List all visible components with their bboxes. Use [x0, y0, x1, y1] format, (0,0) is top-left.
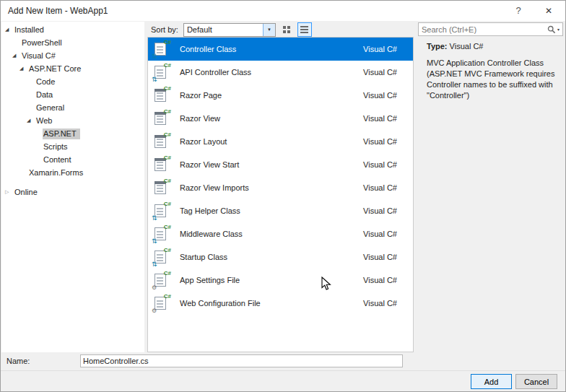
template-name: Controller Class	[180, 45, 236, 53]
template-name: Razor View	[180, 114, 220, 123]
tree-item-scripts[interactable]: Scripts	[1, 140, 144, 153]
csharp-badge: C#	[164, 178, 171, 185]
search-dropdown-icon[interactable]: ▾	[557, 27, 560, 32]
sort-dropdown[interactable]: Default ▼	[183, 23, 276, 37]
details-panel: ▾ Type: Visual C# MVC Application Contro…	[418, 22, 564, 352]
template-name: Startup Class	[180, 253, 227, 261]
name-input[interactable]	[80, 354, 403, 367]
template-item-app-settings-file[interactable]: ⚙C# App Settings File Visual C#	[148, 269, 413, 292]
template-language: Visual C#	[363, 253, 397, 261]
tree-expanded-icon[interactable]: ◢	[12, 53, 21, 58]
template-language: Visual C#	[363, 45, 397, 53]
name-row: Name:	[1, 354, 565, 369]
tree-item-label: Xamarin.Forms	[28, 167, 87, 178]
cancel-button[interactable]: Cancel	[515, 374, 557, 389]
tree-item-label: Visual C#	[21, 51, 59, 61]
tree-item-content[interactable]: Content	[1, 153, 144, 166]
template-item-controller-class[interactable]: ⇅C# Controller Class Visual C#	[148, 38, 413, 61]
tree-item-xamarin-forms[interactable]: Xamarin.Forms	[1, 166, 144, 179]
template-language: Visual C#	[363, 299, 397, 308]
type-line: Type: Visual C#	[427, 41, 560, 52]
razor-template-icon: C#	[153, 133, 171, 150]
tree-item-powershell[interactable]: PowerShell	[1, 36, 144, 49]
template-item-razor-view[interactable]: C# Razor View Visual C#	[148, 107, 413, 130]
tree-expanded-icon[interactable]: ◢	[19, 66, 28, 71]
class-template-icon: ⇅C#	[153, 64, 171, 81]
tree-collapsed-icon[interactable]: ▷	[5, 189, 14, 195]
tree-item-online[interactable]: ▷ Online	[1, 186, 144, 199]
tree-item-label: Web	[35, 116, 56, 126]
add-button[interactable]: Add	[471, 374, 512, 389]
tree-item-installed[interactable]: ◢ Installed	[1, 23, 144, 36]
csharp-badge: C#	[164, 131, 171, 139]
tree-item-aspnet[interactable]: ASP.NET	[1, 127, 144, 140]
template-item-tag-helper-class[interactable]: ⇅C# Tag Helper Class Visual C#	[148, 199, 413, 222]
class-template-icon: ⇅C#	[153, 202, 171, 219]
class-template-icon: ⇅C#	[153, 248, 171, 266]
template-item-razor-layout[interactable]: C# Razor Layout Visual C#	[148, 130, 413, 153]
csharp-badge: C#	[164, 62, 171, 69]
tree-item-label: Content	[43, 154, 75, 165]
class-template-icon: ⇅C#	[153, 225, 171, 243]
csharp-badge: C#	[164, 293, 171, 300]
template-name: Razor Layout	[180, 137, 227, 146]
razor-template-icon: C#	[153, 156, 171, 173]
csharp-badge: C#	[164, 247, 171, 254]
tree-item-label: ASP.NET	[43, 129, 80, 139]
template-language: Visual C#	[363, 230, 397, 238]
list-view-button[interactable]	[297, 22, 312, 37]
template-item-startup-class[interactable]: ⇅C# Startup Class Visual C#	[148, 245, 413, 269]
file-template-icon: ⚙C#	[153, 295, 171, 312]
sort-dropdown-value: Default	[184, 25, 263, 34]
template-item-web-configuration-file[interactable]: ⚙C# Web Configuration File Visual C#	[148, 292, 413, 315]
footer-separator	[1, 370, 565, 371]
template-item-razor-view-start[interactable]: C# Razor View Start Visual C#	[148, 153, 413, 176]
add-new-item-dialog: Add New Item - WebApp1 ? ✕ ◢ Installed P…	[0, 0, 566, 392]
template-details: Type: Visual C# MVC Application Controll…	[427, 41, 560, 101]
search-box: ▾	[418, 22, 563, 36]
tree-item-data[interactable]: Data	[1, 88, 144, 101]
tree-item-label: Code	[35, 77, 58, 87]
help-button[interactable]: ?	[509, 1, 528, 21]
tree-expanded-icon[interactable]: ◢	[5, 27, 14, 32]
template-item-razor-page[interactable]: C# Razor Page Visual C#	[148, 84, 413, 107]
tree-item-aspnet-core[interactable]: ◢ ASP.NET Core	[1, 62, 144, 75]
template-name: Razor View Start	[180, 160, 239, 169]
csharp-badge: C#	[164, 201, 171, 208]
titlebar: Add New Item - WebApp1 ? ✕	[1, 1, 565, 21]
search-controls[interactable]: ▾	[547, 25, 562, 34]
csharp-badge: C#	[164, 270, 171, 277]
template-language: Visual C#	[363, 91, 397, 100]
template-name: Razor Page	[180, 91, 222, 100]
search-icon	[547, 25, 556, 34]
csharp-badge: C#	[164, 85, 171, 92]
close-button[interactable]: ✕	[539, 1, 558, 21]
template-language: Visual C#	[363, 137, 397, 146]
file-template-icon: ⚙C#	[153, 271, 171, 289]
sort-toolbar: Sort by: Default ▼	[147, 22, 414, 37]
csharp-badge: C#	[164, 108, 171, 116]
tree-expanded-icon[interactable]: ◢	[27, 118, 35, 123]
chevron-down-icon[interactable]: ▼	[263, 24, 275, 36]
csharp-badge: C#	[164, 39, 171, 46]
template-name: Razor View Imports	[180, 183, 249, 192]
tree-item-label: Data	[35, 90, 56, 100]
csharp-badge: C#	[164, 154, 171, 162]
tree-item-web[interactable]: ◢ Web	[1, 114, 144, 127]
small-icons-view-icon	[283, 26, 286, 29]
template-item-middleware-class[interactable]: ⇅C# Middleware Class Visual C#	[148, 222, 413, 245]
class-template-icon: ⇅C#	[153, 40, 171, 58]
template-item-api-controller-class[interactable]: ⇅C# API Controller Class Visual C#	[148, 61, 413, 84]
tree-item-general[interactable]: General	[1, 101, 144, 114]
template-list: ⇅C# Controller Class Visual C# ⇅C# API C…	[147, 37, 414, 352]
window-title: Add New Item - WebApp1	[8, 1, 108, 21]
tree-item-visual-csharp[interactable]: ◢ Visual C#	[1, 49, 144, 62]
template-name: Web Configuration File	[180, 299, 261, 308]
tree-item-label: Scripts	[43, 141, 71, 152]
type-label: Type:	[427, 42, 448, 51]
search-input[interactable]	[419, 25, 547, 34]
template-item-razor-view-imports[interactable]: C# Razor View Imports Visual C#	[148, 176, 413, 199]
small-icons-view-button[interactable]	[279, 22, 294, 37]
tree-item-code[interactable]: Code	[1, 75, 144, 88]
tree-item-label: ASP.NET Core	[28, 64, 84, 74]
